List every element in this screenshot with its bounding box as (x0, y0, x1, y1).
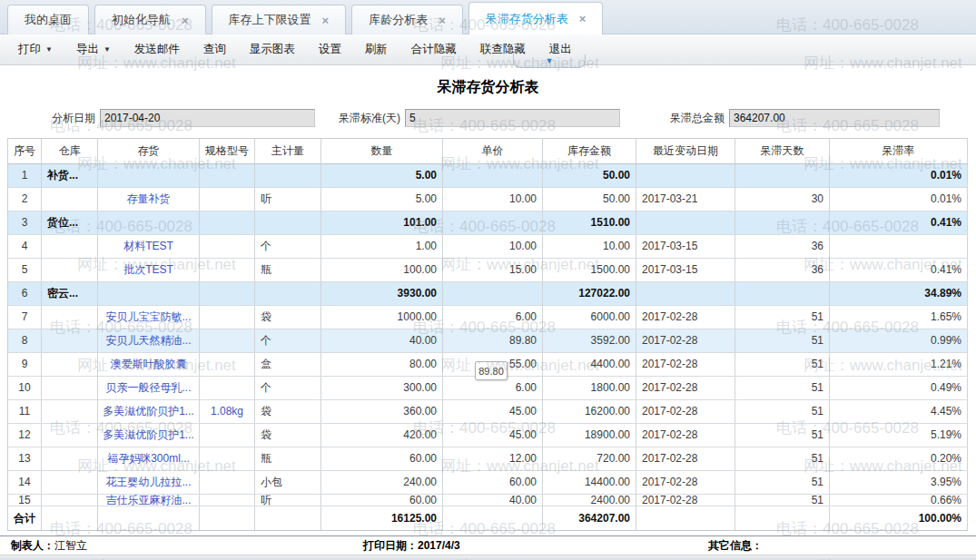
tab-我的桌面[interactable]: 我的桌面 (7, 5, 89, 34)
cell-days (735, 282, 830, 305)
filter-label: 呆滞标准(天) (339, 111, 400, 126)
tab-label: 初始化导航 (112, 12, 171, 28)
toolbar-button-打印[interactable]: 打印▼ (9, 37, 62, 62)
close-icon[interactable]: × (322, 15, 330, 26)
toolbar-button-查询[interactable]: 查询 (194, 37, 235, 62)
cell-unit: 瓶 (255, 447, 321, 470)
filter-label: 呆滞总金额 (670, 111, 725, 126)
filter-input[interactable]: 2017-04-20 (100, 109, 315, 127)
dropdown-arrow-icon: ▼ (45, 45, 53, 54)
cell-date: 2017-02-28 (636, 424, 735, 447)
cell-amount: 50.00 (543, 188, 636, 211)
cell-rate: 5.19% (830, 424, 968, 447)
toolbar-button-刷新[interactable]: 刷新 (356, 37, 397, 62)
table-row[interactable]: 4材料TEST个1.0010.0010.002017-03-1536 (8, 235, 968, 259)
cell-item[interactable]: 福孕妈咪300ml... (98, 447, 200, 470)
cell-spec (200, 377, 255, 399)
cell-item[interactable]: 贝亲一般径母乳... (98, 377, 200, 399)
cell-item (98, 282, 200, 305)
filter-input[interactable]: 5 (405, 109, 620, 127)
header-cell-unit: 主计量 (255, 139, 321, 163)
cell-date: 2017-03-21 (636, 188, 735, 211)
table-total-row[interactable]: 合计16125.00364207.00100.00% (8, 506, 968, 531)
cell-unit (255, 164, 321, 187)
cell-no: 6 (8, 282, 42, 305)
toolbar-button-合计隐藏[interactable]: 合计隐藏 (402, 37, 466, 62)
cell-amount: 364207.00 (543, 506, 636, 530)
cell-unit: 袋 (255, 306, 321, 329)
cell-rate: 0.20% (830, 447, 968, 470)
cell-spec (200, 306, 255, 329)
cell-spec[interactable]: 1.08kg (200, 400, 255, 423)
table-row[interactable]: 3货位...101.001510.000.41% (8, 211, 968, 235)
cell-rate (830, 235, 968, 258)
cell-item[interactable]: 多美滋优阶贝护1... (98, 400, 200, 423)
table-row[interactable]: 6密云...3930.00127022.0034.89% (8, 282, 968, 306)
toolbar-button-发送邮件[interactable]: 发送邮件 (125, 37, 189, 62)
tab-初始化导航[interactable]: 初始化导航× (94, 5, 206, 34)
header-cell-rate: 呆滞率 (830, 139, 968, 163)
cell-no: 合计 (8, 506, 42, 530)
cell-qty: 1000.00 (321, 306, 443, 329)
toolbar-button-显示图表[interactable]: 显示图表 (241, 37, 304, 62)
cell-item[interactable]: 多美滋优阶贝护1... (98, 424, 200, 447)
cell-unit: 听 (255, 495, 321, 506)
cell-qty: 240.00 (321, 471, 443, 494)
table-row[interactable]: 5批次TEST瓶100.0015.001500.002017-03-15360.… (8, 259, 968, 282)
cell-rate: 0.49% (830, 377, 968, 399)
tab-库龄分析表[interactable]: 库龄分析表× (351, 5, 463, 34)
table-row[interactable]: 13福孕妈咪300ml...瓶60.0012.00720.002017-02-2… (8, 447, 968, 471)
cell-days: 36 (735, 259, 830, 281)
tab-label: 我的桌面 (25, 12, 72, 28)
table-row[interactable]: 7安贝儿宝宝防敏...袋1000.006.006000.002017-02-28… (8, 306, 968, 329)
tab-呆滞存货分析表[interactable]: 呆滞存货分析表× (468, 2, 604, 34)
cell-item[interactable]: 材料TEST (98, 235, 200, 258)
cell-item[interactable]: 安贝儿宝宝防敏... (98, 306, 200, 329)
toolbar-button-导出[interactable]: 导出▼ (67, 37, 120, 62)
report-footer: 制表人：江智立 打印日期：2017/4/3 其它信息： (0, 535, 976, 555)
cell-days: 51 (735, 306, 830, 329)
table-row[interactable]: 11多美滋优阶贝护1...1.08kg袋360.0045.0016200.002… (8, 400, 968, 424)
cell-item[interactable]: 安贝儿天然精油... (98, 329, 200, 352)
cell-no: 3 (8, 211, 42, 234)
cell-unit (255, 282, 321, 305)
cell-spec (200, 164, 255, 187)
cell-warehouse (42, 377, 98, 399)
table-row[interactable]: 1补货...5.0050.000.01% (8, 164, 968, 188)
cell-unit: 袋 (255, 400, 321, 423)
cell-spec (200, 506, 255, 530)
close-icon[interactable]: × (182, 15, 189, 26)
cell-price: 40.00 (443, 495, 543, 506)
cell-amount: 18900.00 (543, 424, 636, 447)
cell-price: 15.00 (443, 259, 543, 281)
cell-item[interactable]: 澳爱斯叶酸胶囊 (98, 353, 200, 376)
filter-collapse-handle[interactable]: ▼ (513, 54, 586, 68)
cell-unit (255, 211, 321, 234)
cell-spec (200, 235, 255, 258)
filter-分析日期: 分析日期2017-04-20 (52, 108, 315, 128)
close-icon[interactable]: × (579, 13, 587, 25)
toolbar-button-设置[interactable]: 设置 (310, 37, 350, 62)
cell-price: 60.00 (443, 471, 543, 494)
cell-date: 2017-02-28 (636, 495, 735, 506)
close-icon[interactable]: × (439, 15, 446, 26)
cell-rate: 0.01% (830, 188, 968, 211)
toolbar-button-label: 刷新 (365, 42, 388, 57)
table-row[interactable]: 8安贝儿天然精油...个40.0089.803592.002017-02-285… (8, 329, 968, 353)
cell-unit: 袋 (255, 424, 321, 447)
cell-item[interactable]: 吉仕乐亚麻籽油... (98, 495, 200, 506)
cell-item[interactable]: 批次TEST (98, 259, 200, 281)
table-row[interactable]: 14花王婴幼儿拉拉...小包240.0060.0014400.002017-02… (8, 471, 968, 495)
filter-呆滞总金额: 呆滞总金额364207.00 (670, 108, 940, 128)
filter-input[interactable]: 364207.00 (729, 109, 940, 127)
table-row[interactable]: 2存量补货听5.0010.0050.002017-03-21300.01% (8, 188, 968, 211)
tab-库存上下限设置[interactable]: 库存上下限设置× (212, 5, 347, 34)
cell-amount: 14400.00 (543, 471, 636, 494)
cell-item[interactable]: 花王婴幼儿拉拉... (98, 471, 200, 494)
table-row[interactable]: 12多美滋优阶贝护1...袋420.0045.0018900.002017-02… (8, 424, 968, 447)
cell-no: 1 (8, 164, 42, 187)
table-row[interactable]: 15吉仕乐亚麻籽油...听60.0040.002400.002017-02-28… (8, 495, 968, 506)
cell-item[interactable]: 存量补货 (98, 188, 200, 211)
cell-warehouse: 补货... (42, 164, 98, 187)
cell-rate: 34.89% (830, 282, 968, 305)
